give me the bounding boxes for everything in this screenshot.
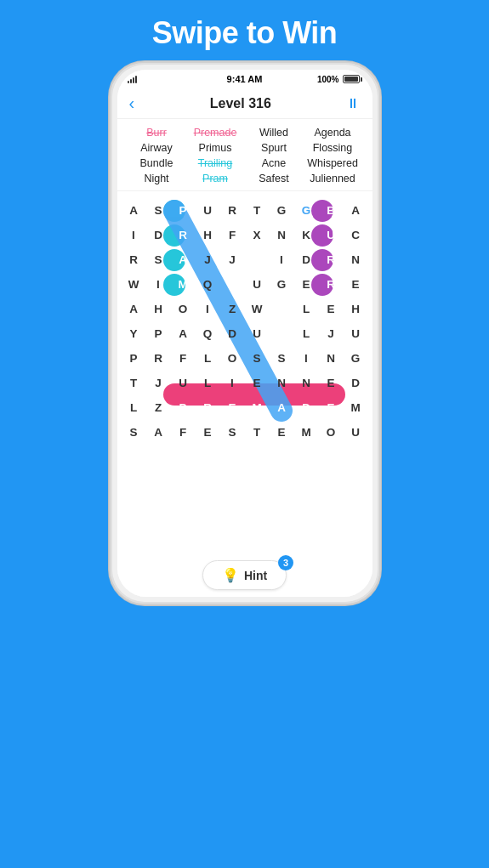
status-bar: 9:41 AM 100%: [117, 70, 372, 88]
cell-9-4: S: [220, 420, 245, 445]
cell-7-1: J: [146, 371, 171, 395]
cell-8-2: P: [171, 395, 196, 420]
cell-4-0: A: [122, 297, 146, 321]
cell-7-7: N: [294, 371, 319, 395]
cell-7-8: E: [319, 371, 344, 395]
cell-5-9: U: [344, 321, 368, 346]
cell-1-2: R: [171, 223, 196, 247]
cell-9-8: O: [319, 420, 344, 445]
cell-6-4: O: [220, 346, 245, 371]
cell-3-0: W: [122, 272, 146, 297]
cell-1-7: K: [294, 223, 319, 247]
cell-5-6: T: [270, 321, 294, 346]
hint-area: 💡 Hint 3: [117, 555, 372, 597]
cell-9-7: M: [294, 420, 319, 445]
cell-9-2: F: [171, 420, 196, 445]
cell-3-1: I: [146, 272, 171, 297]
cell-1-6: N: [270, 223, 294, 247]
level-title: Level 316: [210, 96, 271, 111]
cell-0-3: U: [196, 198, 220, 223]
cell-6-7: I: [294, 346, 319, 371]
cell-9-5: T: [245, 420, 270, 445]
cell-9-1: A: [146, 420, 171, 445]
cell-7-6: N: [270, 371, 294, 395]
nav-bar: ‹ Level 316 ⏸: [117, 88, 372, 119]
word-list: Burr Premade Willed Agenda Airway Primus…: [117, 119, 372, 191]
cell-9-3: E: [196, 420, 220, 445]
pause-button[interactable]: ⏸: [346, 96, 360, 111]
word-night: Night: [129, 172, 185, 185]
cell-0-4: R: [220, 198, 245, 223]
cell-6-6: S: [270, 346, 294, 371]
back-button[interactable]: ‹: [129, 94, 135, 113]
cell-8-0: L: [122, 395, 146, 420]
cell-7-3: L: [196, 371, 220, 395]
cell-4-7: L: [294, 297, 319, 321]
cell-9-9: U: [344, 420, 368, 445]
cell-1-3: H: [196, 223, 220, 247]
cell-5-3: Q: [196, 321, 220, 346]
cell-0-6: G: [270, 198, 294, 223]
cell-8-1: Z: [146, 395, 171, 420]
cell-5-7: L: [294, 321, 319, 346]
letter-grid: A S P U R T G G B A I D R H: [122, 198, 368, 445]
cell-2-0: R: [122, 247, 146, 272]
cell-7-9: D: [344, 371, 368, 395]
cell-2-2: A: [171, 247, 196, 272]
cell-4-2: O: [171, 297, 196, 321]
signal-indicator: [128, 75, 137, 83]
cell-8-7: D: [294, 395, 319, 420]
cell-4-6: H: [270, 297, 294, 321]
cell-6-9: G: [344, 346, 368, 371]
word-whispered: Whispered: [305, 156, 361, 170]
word-trailing: Trailing: [188, 156, 243, 170]
cell-0-5: T: [245, 198, 270, 223]
cell-4-4: Z: [220, 297, 245, 321]
bulb-icon: 💡: [222, 567, 239, 583]
word-pram: Pram: [188, 172, 243, 185]
cell-8-6: A: [270, 395, 294, 420]
word-willed: Willed: [247, 126, 302, 139]
battery-icon: [343, 75, 362, 83]
cell-3-9: E: [344, 272, 368, 297]
cell-0-1: S: [146, 198, 171, 223]
cell-4-5: W: [245, 297, 270, 321]
cell-1-1: D: [146, 223, 171, 247]
cell-6-5: S: [245, 346, 270, 371]
cell-9-6: E: [270, 420, 294, 445]
cell-7-5: E: [245, 371, 270, 395]
cell-3-8: R: [319, 272, 344, 297]
cell-2-6: I: [270, 247, 294, 272]
cell-7-4: I: [220, 371, 245, 395]
headline: Swipe to Win: [152, 15, 338, 51]
hint-badge: 3: [278, 555, 293, 570]
cell-4-3: I: [196, 297, 220, 321]
cell-6-2: F: [171, 346, 196, 371]
cell-1-0: I: [122, 223, 146, 247]
cell-5-1: P: [146, 321, 171, 346]
hint-label: Hint: [244, 569, 267, 582]
cell-0-7: G: [294, 198, 319, 223]
status-right: 100%: [317, 75, 362, 84]
cell-5-0: Y: [122, 321, 146, 346]
word-julienned: Julienned: [305, 172, 361, 185]
cell-6-1: R: [146, 346, 171, 371]
hint-button[interactable]: 💡 Hint: [202, 560, 287, 590]
battery-percent: 100%: [317, 75, 339, 84]
cell-2-7: D: [294, 247, 319, 272]
cell-4-8: E: [319, 297, 344, 321]
cell-5-4: D: [220, 321, 245, 346]
cell-4-1: H: [146, 297, 171, 321]
cell-7-0: T: [122, 371, 146, 395]
cell-8-4: E: [220, 395, 245, 420]
word-acne: Acne: [247, 156, 302, 170]
cell-1-8: U: [319, 223, 344, 247]
app-content: ‹ Level 316 ⏸ Burr Premade Willed Agenda…: [117, 88, 372, 597]
cell-0-2: P: [171, 198, 196, 223]
cell-2-1: S: [146, 247, 171, 272]
word-safest: Safest: [247, 172, 302, 185]
cell-7-2: U: [171, 371, 196, 395]
cell-3-5: U: [245, 272, 270, 297]
cell-6-0: P: [122, 346, 146, 371]
cell-6-3: L: [196, 346, 220, 371]
